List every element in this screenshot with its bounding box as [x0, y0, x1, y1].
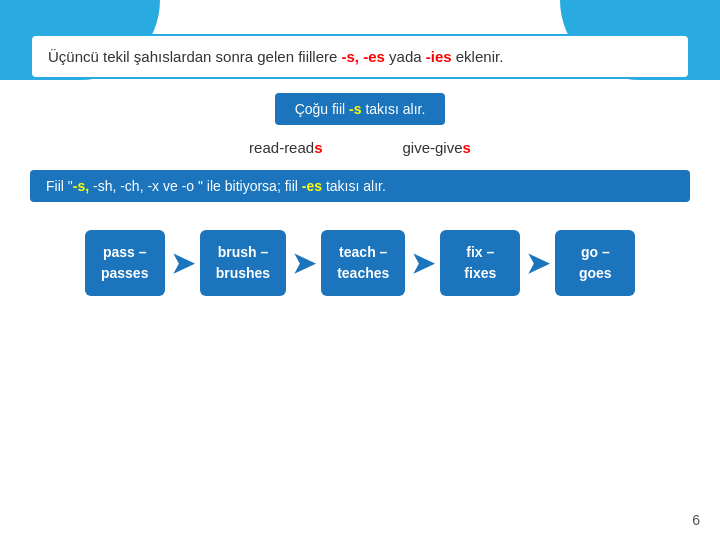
- info-text-mid: -sh, -ch, -x ve -o " ile bitiyorsa; fiil: [89, 178, 302, 194]
- title-box: Üçüncü tekil şahıslardan sonra gelen fii…: [30, 34, 690, 79]
- main-content: Üçüncü tekil şahıslardan sonra gelen fii…: [0, 0, 720, 316]
- info-s: -s,: [73, 178, 89, 194]
- example-give-s: s: [463, 139, 471, 156]
- card-pass-line2: passes: [101, 263, 149, 284]
- card-fix: fix – fixes: [440, 230, 520, 296]
- example-give-base: give-give: [403, 139, 463, 156]
- card-pass-line1: pass –: [101, 242, 149, 263]
- title-text-before: Üçüncü tekil şahıslardan sonra gelen fii…: [48, 48, 342, 65]
- card-pass: pass – passes: [85, 230, 165, 296]
- card-brush: brush – brushes: [200, 230, 286, 296]
- example-reads: read-reads: [249, 139, 322, 156]
- title-es: -es: [363, 48, 385, 65]
- card-brush-line2: brushes: [216, 263, 270, 284]
- info-box: Fiil "-s, -sh, -ch, -x ve -o " ile bitiy…: [30, 170, 690, 202]
- subtitle-text-end: takısı alır.: [362, 101, 426, 117]
- arrow-1: ➤: [171, 247, 194, 280]
- page-number: 6: [692, 512, 700, 528]
- title-mid2: yada: [385, 48, 426, 65]
- title-s: -s,: [342, 48, 360, 65]
- title-ies: -ies: [426, 48, 452, 65]
- subtitle-text-before: Çoğu fiil: [295, 101, 349, 117]
- example-read-base: read-read: [249, 139, 314, 156]
- card-go-line1: go –: [571, 242, 619, 263]
- subtitle-s: -s: [349, 101, 361, 117]
- example-read-s: s: [314, 139, 322, 156]
- arrow-4: ➤: [526, 247, 549, 280]
- card-go: go – goes: [555, 230, 635, 296]
- card-fix-line2: fixes: [456, 263, 504, 284]
- info-text-before: Fiil ": [46, 178, 73, 194]
- info-text-end: takısı alır.: [322, 178, 386, 194]
- card-go-line2: goes: [571, 263, 619, 284]
- card-teach: teach – teaches: [321, 230, 405, 296]
- card-teach-line1: teach –: [337, 242, 389, 263]
- card-fix-line1: fix –: [456, 242, 504, 263]
- examples-row: read-reads give-gives: [30, 139, 690, 156]
- example-gives: give-gives: [403, 139, 471, 156]
- card-teach-line2: teaches: [337, 263, 389, 284]
- cards-row: pass – passes ➤ brush – brushes ➤ teach …: [30, 230, 690, 296]
- info-es: -es: [302, 178, 322, 194]
- arrow-3: ➤: [411, 247, 434, 280]
- subtitle-box: Çoğu fiil -s takısı alır.: [275, 93, 446, 125]
- title-end: eklenir.: [452, 48, 504, 65]
- card-brush-line1: brush –: [216, 242, 270, 263]
- arrow-2: ➤: [292, 247, 315, 280]
